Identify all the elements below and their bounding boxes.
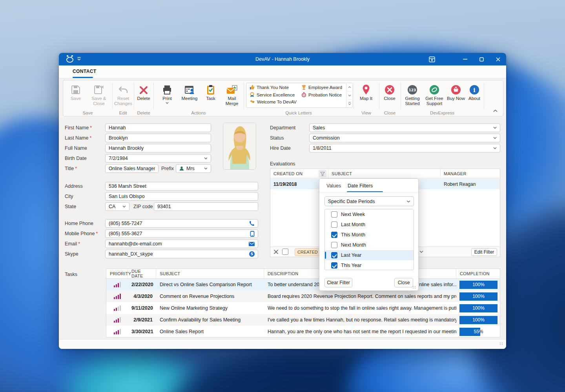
popup-close-button[interactable]: Close bbox=[394, 278, 413, 287]
evaluation-manager: Robert Reagan bbox=[441, 181, 479, 187]
date-period-combo[interactable]: Specific Date Periods bbox=[324, 196, 414, 206]
close-record-button[interactable]: Close bbox=[381, 82, 399, 101]
filter-enabled-checkbox[interactable] bbox=[282, 249, 288, 255]
task-row[interactable]: 2/9/2021 Confirm Availability for Sales … bbox=[106, 314, 500, 326]
reset-changes-button[interactable]: Reset Changes bbox=[113, 82, 134, 106]
save-button[interactable]: Save bbox=[66, 82, 86, 101]
window-close-button[interactable] bbox=[490, 53, 506, 65]
get-free-support-button[interactable]: Get Free Support bbox=[423, 82, 445, 106]
filter-mru-chevron-icon[interactable] bbox=[419, 250, 423, 253]
ribbon-group-edit: Reset Changes Edit bbox=[112, 80, 134, 116]
quick-letter-employee-award[interactable]: Employee Award bbox=[301, 85, 342, 90]
thumbs-up-icon bbox=[250, 85, 255, 90]
completion-cell: 100%100% bbox=[456, 304, 500, 312]
mobile-phone-label: Mobile Phone* bbox=[65, 231, 98, 236]
column-header-priority[interactable]: PRIORITY bbox=[106, 269, 128, 278]
column-header-manager[interactable]: MANAGER bbox=[441, 169, 500, 178]
filter-funnel-icon[interactable] bbox=[319, 170, 326, 178]
department-combo[interactable]: Sales bbox=[309, 123, 500, 132]
getting-started-button[interactable]: 123 Getting Started bbox=[402, 82, 423, 106]
tab-contact[interactable]: CONTACT bbox=[73, 69, 97, 74]
filter-chip[interactable]: CREATED ON bbox=[295, 248, 321, 256]
remove-filter-icon[interactable] bbox=[273, 249, 279, 254]
desktop-wallpaper: DevAV - Hannah Brookly CONTACT bbox=[0, 0, 565, 392]
popup-resize-grip[interactable] bbox=[413, 286, 416, 289]
priority-cell bbox=[106, 282, 128, 287]
ribbon-panel: Save Save & Close Save Reset Changes bbox=[63, 80, 503, 116]
column-header-due-date[interactable]: DUE DATE bbox=[128, 269, 156, 278]
subject-cell: Direct vs Online Sales Comparison Report bbox=[156, 282, 264, 287]
map-pin-icon bbox=[362, 82, 370, 95]
list-item-last-month[interactable]: Last Month bbox=[325, 220, 414, 230]
column-header-created-on[interactable]: CREATED ON bbox=[270, 169, 328, 178]
chevron-down-icon bbox=[204, 157, 208, 160]
home-phone-field[interactable] bbox=[105, 219, 258, 228]
task-row[interactable]: 4/3/2020 Comment on Revenue Projections … bbox=[106, 290, 500, 302]
completion-bar: 100%100% bbox=[459, 292, 498, 301]
minimize-button[interactable] bbox=[457, 53, 473, 65]
mobile-phone-field[interactable] bbox=[105, 229, 258, 238]
about-button[interactable]: i About bbox=[467, 82, 482, 101]
delete-button[interactable]: Delete bbox=[135, 82, 153, 101]
scroll-down-button[interactable] bbox=[346, 91, 352, 100]
prefix-combo[interactable]: Mrs bbox=[176, 164, 211, 173]
task-row[interactable]: 9/11/2020 New Online Marketing Strategy … bbox=[106, 302, 500, 314]
state-combo[interactable]: CA bbox=[105, 202, 129, 211]
zip-field[interactable] bbox=[154, 202, 258, 211]
full-name-field[interactable] bbox=[105, 144, 211, 152]
mobile-icon bbox=[250, 231, 255, 237]
ribbon-display-options-button[interactable] bbox=[424, 53, 440, 65]
ribbon-tab-row: CONTACT bbox=[59, 65, 506, 78]
popup-tab-date-filters[interactable]: Date Filters bbox=[348, 183, 373, 189]
column-header-subject[interactable]: SUBJECT bbox=[156, 269, 264, 278]
list-item-next-month[interactable]: Next Month bbox=[325, 240, 414, 250]
priority-bars-icon bbox=[114, 282, 121, 287]
email-field[interactable] bbox=[105, 240, 258, 248]
clear-filter-button[interactable]: Clear Filter bbox=[324, 278, 352, 287]
list-item-last-year[interactable]: Last Year bbox=[325, 250, 414, 260]
list-item-this-year[interactable]: This Year bbox=[325, 260, 414, 270]
task-row[interactable]: 2/22/2020 Direct vs Online Sales Compari… bbox=[106, 279, 500, 290]
list-focus-indicator bbox=[325, 252, 326, 259]
edit-filter-button[interactable]: Edit Filter bbox=[471, 248, 497, 256]
maximize-button[interactable] bbox=[473, 53, 490, 65]
print-button[interactable]: Print bbox=[158, 82, 176, 104]
list-item-this-month[interactable]: This Month bbox=[325, 230, 414, 240]
skype-field[interactable]: S bbox=[105, 250, 258, 258]
quick-letter-service-excellence[interactable]: Service Excellence bbox=[250, 92, 295, 97]
birth-date-field[interactable] bbox=[105, 154, 211, 163]
column-header-subject[interactable]: SUBJECT bbox=[328, 169, 441, 178]
priority-cell bbox=[106, 294, 128, 299]
list-item-next-week[interactable]: Next Week bbox=[325, 209, 414, 220]
save-and-close-button[interactable]: Save & Close bbox=[87, 82, 110, 106]
map-it-button[interactable]: Map It bbox=[357, 82, 375, 101]
first-name-field[interactable] bbox=[105, 123, 211, 132]
mail-merge-button[interactable]: Mail Merge bbox=[221, 82, 243, 106]
state-label: State bbox=[65, 204, 76, 209]
column-header-completion[interactable]: COMPLETION bbox=[456, 269, 500, 278]
quick-letter-probation-notice[interactable]: Probation Notice bbox=[301, 92, 342, 97]
status-combo[interactable]: Commission bbox=[309, 134, 500, 142]
task-row[interactable]: 3/30/2021 Online Sales Report Hannah, yo… bbox=[106, 326, 500, 338]
more-items-button[interactable] bbox=[346, 100, 352, 107]
window-resize-grip[interactable] bbox=[500, 343, 503, 345]
checkbox bbox=[331, 242, 337, 248]
ribbon-group-devexpress: 123 Getting Started Get Free Support Buy… bbox=[401, 80, 484, 116]
email-label: Email* bbox=[65, 241, 80, 247]
quick-letter-thank-you-note[interactable]: Thank You Note bbox=[250, 85, 289, 90]
quick-letter-welcome-to-devav[interactable]: Welcome To DevAV bbox=[250, 100, 297, 104]
description-cell: Board requires 2020 Revenue Projection R… bbox=[264, 294, 456, 299]
city-field[interactable] bbox=[105, 192, 258, 201]
address-field[interactable] bbox=[105, 182, 258, 191]
scroll-up-button[interactable] bbox=[346, 83, 352, 91]
hire-date-combo[interactable]: 1/8/2011 bbox=[309, 144, 500, 152]
task-button[interactable]: Task bbox=[203, 82, 219, 101]
collapse-ribbon-chevron-icon[interactable] bbox=[493, 109, 498, 112]
popup-tab-values[interactable]: Values bbox=[326, 183, 341, 189]
quick-letters-scroll bbox=[346, 83, 352, 107]
title-field[interactable] bbox=[105, 164, 159, 173]
buy-now-button[interactable]: Buy Now bbox=[446, 82, 466, 101]
meeting-button[interactable]: Meeting bbox=[179, 82, 200, 101]
mail-merge-icon bbox=[226, 82, 238, 95]
last-name-field[interactable] bbox=[105, 134, 211, 142]
